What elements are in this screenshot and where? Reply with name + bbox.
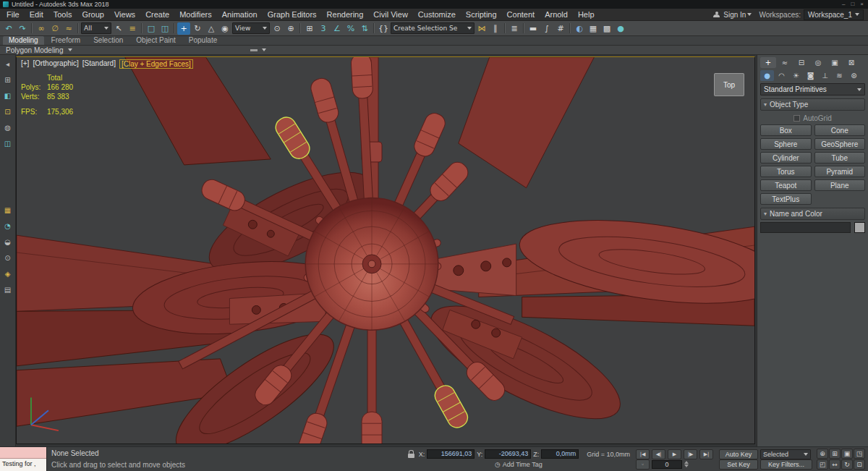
menu-scripting[interactable]: Scripting <box>461 9 502 20</box>
toggle-layer-explorer-icon[interactable]: ≣ <box>508 22 521 35</box>
maxscript-mini-listener[interactable]: Testing for , <box>0 447 47 471</box>
tube-button[interactable]: Tube <box>814 152 866 164</box>
add-time-tag-button[interactable]: Add Time Tag <box>503 461 542 468</box>
menu-tools[interactable]: Tools <box>48 9 77 20</box>
key-filters-button[interactable]: Key Filters... <box>760 459 812 470</box>
modify-tab-icon[interactable]: ≈ <box>777 57 793 68</box>
close-button[interactable]: × <box>860 1 864 8</box>
left-toolbar-icon[interactable]: ◍ <box>2 122 14 133</box>
render-production-icon[interactable]: ● <box>614 22 627 35</box>
menu-file[interactable]: File <box>1 9 25 20</box>
hierarchy-tab-icon[interactable]: ⊟ <box>793 57 809 68</box>
shapes-category-icon[interactable]: ◠ <box>775 70 788 81</box>
tab-selection[interactable]: Selection <box>88 36 129 45</box>
motion-tab-icon[interactable]: ◎ <box>810 57 826 68</box>
curve-editor-icon[interactable]: ∫ <box>540 22 553 35</box>
y-coordinate-field[interactable]: -20693,43 <box>485 449 531 459</box>
left-toolbar-icon[interactable]: ◒ <box>2 236 14 247</box>
next-frame-button[interactable]: |▶ <box>684 449 697 459</box>
use-pivot-point-center-icon[interactable]: ⊙ <box>271 22 284 35</box>
select-and-link-icon[interactable]: ∞ <box>35 22 48 35</box>
percent-snap-icon[interactable]: % <box>344 22 357 35</box>
select-and-place-icon[interactable]: ◉ <box>218 22 231 35</box>
left-toolbar-icon[interactable]: ◔ <box>2 220 14 232</box>
plane-button[interactable]: Plane <box>814 179 866 191</box>
bind-to-space-warp-icon[interactable]: ≈ <box>62 22 75 35</box>
left-toolbar-icon[interactable]: ◂ <box>2 58 14 69</box>
frame-number-field[interactable]: 0 <box>652 460 682 469</box>
go-to-end-button[interactable]: ▶| <box>699 449 713 459</box>
tab-object-paint[interactable]: Object Paint <box>130 36 181 45</box>
zoom-extents-all-button[interactable]: ◳ <box>854 449 865 459</box>
zoom-all-button[interactable]: ⊞ <box>829 449 841 459</box>
left-toolbar-icon[interactable]: ⊞ <box>2 74 14 85</box>
menu-views[interactable]: Views <box>109 9 140 20</box>
set-key-button[interactable]: Set Key <box>719 459 758 470</box>
space-warps-category-icon[interactable]: ≋ <box>833 70 846 81</box>
angle-snap-icon[interactable]: ∠ <box>331 22 344 35</box>
auto-key-button[interactable]: Auto Key <box>719 449 758 459</box>
geosphere-button[interactable]: GeoSphere <box>814 138 866 150</box>
selection-filter-dropdown[interactable]: All <box>81 22 111 34</box>
keyboard-shortcut-override-icon[interactable]: ⊞ <box>303 22 316 35</box>
menu-group[interactable]: Group <box>77 9 109 20</box>
select-by-name-icon[interactable]: ≡ <box>126 22 139 35</box>
menu-content[interactable]: Content <box>502 9 540 20</box>
snaps-toggle-icon[interactable]: 3 <box>317 22 330 35</box>
cameras-category-icon[interactable]: ◙ <box>804 70 817 81</box>
zoom-extents-button[interactable]: ▣ <box>841 449 853 459</box>
rectangular-selection-region-icon[interactable]: □ <box>145 22 158 35</box>
teapot-button[interactable]: Teapot <box>760 179 812 191</box>
sphere-button[interactable]: Sphere <box>760 138 812 150</box>
name-and-color-rollout[interactable]: ▾ Name and Color <box>760 208 865 220</box>
viewport-style-label[interactable]: [Standard] <box>82 59 116 69</box>
menu-arnold[interactable]: Arnold <box>540 9 573 20</box>
mirror-icon[interactable]: ⋈ <box>475 22 488 35</box>
zoom-button[interactable]: ⊕ <box>817 449 828 459</box>
viewport-general-menu[interactable]: [+] <box>21 59 29 69</box>
select-object-icon[interactable]: ↖ <box>112 22 125 35</box>
menu-help[interactable]: Help <box>573 9 600 20</box>
left-toolbar-icon[interactable]: ⊙ <box>2 252 14 263</box>
menu-rendering[interactable]: Rendering <box>322 9 369 20</box>
left-toolbar-icon[interactable]: ▦ <box>2 204 14 216</box>
minimize-button[interactable]: – <box>842 1 845 8</box>
zoom-region-button[interactable]: ◰ <box>817 459 828 470</box>
display-tab-icon[interactable]: ▣ <box>827 57 843 68</box>
workspace-dropdown[interactable]: Workspace_1 <box>804 9 864 20</box>
edit-named-selection-sets-icon[interactable]: {} <box>377 22 390 35</box>
x-coordinate-field[interactable]: 156691,03 <box>427 449 475 459</box>
geometry-category-icon[interactable]: ● <box>760 70 774 81</box>
helpers-category-icon[interactable]: ⊥ <box>818 70 832 81</box>
box-button[interactable]: Box <box>760 124 812 136</box>
frame-spinner[interactable] <box>684 461 689 467</box>
redo-icon[interactable]: ↷ <box>16 22 29 35</box>
z-coordinate-field[interactable]: 0,0mm <box>541 449 579 459</box>
named-selection-sets-dropdown[interactable]: Create Selection Se <box>391 22 475 34</box>
orbit-button[interactable]: ↻ <box>841 459 853 470</box>
tab-freeform[interactable]: Freeform <box>46 36 87 45</box>
lights-category-icon[interactable]: ☀ <box>789 70 803 81</box>
align-icon[interactable]: ∥ <box>489 22 502 35</box>
viewcube[interactable]: Top <box>714 73 744 96</box>
left-toolbar-icon[interactable]: ⊡ <box>2 106 14 117</box>
material-editor-icon[interactable]: ◐ <box>573 22 586 35</box>
object-type-rollout[interactable]: ▾ Object Type <box>760 98 865 111</box>
viewport-shading-label[interactable]: [Clay + Edged Faces] <box>119 59 193 69</box>
utilities-tab-icon[interactable]: ⊠ <box>843 57 859 68</box>
undo-icon[interactable]: ↶ <box>2 22 15 35</box>
systems-category-icon[interactable]: ⊛ <box>847 70 861 81</box>
pan-button[interactable]: ↔ <box>829 459 841 470</box>
go-to-start-button[interactable]: |◀ <box>636 449 650 459</box>
select-and-scale-icon[interactable]: △ <box>205 22 218 35</box>
tab-populate[interactable]: Populate <box>183 36 223 45</box>
schematic-view-icon[interactable]: # <box>554 22 567 35</box>
left-toolbar-icon[interactable]: ◈ <box>2 268 14 279</box>
select-and-manipulate-icon[interactable]: ⊕ <box>284 22 297 35</box>
viewport-canvas[interactable]: [+] [Orthographic] [Standard] [Clay + Ed… <box>16 56 755 444</box>
menu-civil-view[interactable]: Civil View <box>368 9 412 20</box>
textplus-button[interactable]: TextPlus <box>760 193 812 205</box>
unlink-selection-icon[interactable]: ∅ <box>48 22 61 35</box>
ribbon-config-icon[interactable] <box>250 49 258 51</box>
menu-graph-editors[interactable]: Graph Editors <box>263 9 322 20</box>
